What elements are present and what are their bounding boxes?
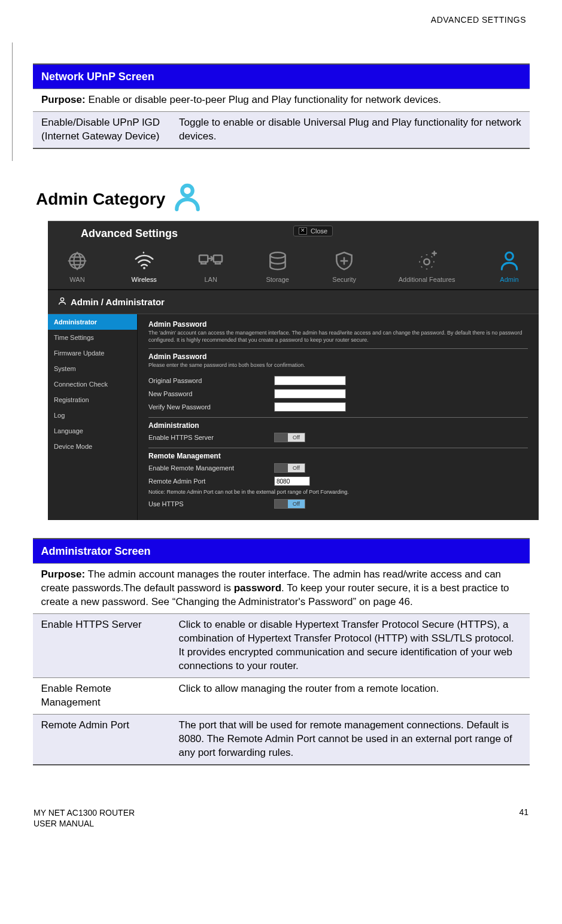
top-nav: WAN Wireless LAN Storage Security Additi… bbox=[48, 250, 539, 290]
shield-icon bbox=[332, 250, 357, 273]
section2-title: Admin Password bbox=[148, 352, 528, 361]
close-button[interactable]: ✕ Close bbox=[293, 226, 333, 236]
person-icon bbox=[57, 296, 67, 308]
r3-label: Remote Admin Port bbox=[33, 714, 171, 764]
close-icon: ✕ bbox=[299, 227, 307, 235]
upnp-purpose-cell: Purpose: Enable or disable peer-to-peer … bbox=[33, 89, 530, 112]
purpose-label: Purpose: bbox=[41, 94, 86, 105]
purpose-text: Enable or disable peer-to-peer Plug and … bbox=[86, 94, 441, 105]
screenshot-title: Advanced Settings bbox=[48, 221, 293, 250]
footer-line1: MY NET AC1300 ROUTER bbox=[34, 807, 135, 818]
section2-desc: Please enter the same password into both… bbox=[148, 362, 528, 369]
section4-title: Remote Management bbox=[148, 452, 528, 460]
nav-lan-label: LAN bbox=[204, 276, 217, 283]
section1-desc: The 'admin' account can access the manag… bbox=[148, 330, 528, 344]
section1-title: Admin Password bbox=[148, 320, 528, 329]
administrator-table: Administrator Screen Purpose: The admin … bbox=[33, 538, 530, 765]
section3-title: Administration bbox=[148, 421, 528, 430]
divider bbox=[148, 417, 528, 418]
close-label: Close bbox=[311, 227, 327, 235]
divider bbox=[148, 448, 528, 448]
sidebar-item-log[interactable]: Log bbox=[48, 408, 137, 423]
svg-point-7 bbox=[424, 259, 430, 265]
nav-wan[interactable]: WAN bbox=[65, 250, 90, 283]
sidebar-item-registration[interactable]: Registration bbox=[48, 392, 137, 408]
orig-pw-input[interactable] bbox=[274, 376, 346, 385]
upnp-title: Network UPnP Screen bbox=[33, 64, 530, 89]
verify-pw-input[interactable] bbox=[274, 402, 346, 412]
nav-additional[interactable]: Additional Features bbox=[399, 250, 455, 283]
port-label: Remote Admin Port bbox=[148, 478, 274, 485]
lan-icon bbox=[198, 250, 223, 273]
storage-icon bbox=[265, 250, 290, 273]
svg-point-0 bbox=[183, 186, 193, 196]
remote-toggle[interactable]: Off bbox=[274, 463, 305, 473]
r3-desc: The port that will be used for remote ma… bbox=[171, 714, 530, 764]
r2-label: Enable Remote Management bbox=[33, 678, 171, 715]
admin-table-title: Administrator Screen bbox=[33, 539, 530, 564]
sidebar-item-device-mode[interactable]: Device Mode bbox=[48, 439, 137, 454]
toggle-off-label: Off bbox=[288, 464, 305, 472]
globe-icon bbox=[65, 250, 90, 273]
nav-lan[interactable]: LAN bbox=[198, 250, 223, 283]
admin-screenshot: Advanced Settings ✕ Close WAN Wireless L… bbox=[48, 221, 539, 520]
sidebar-item-firmware[interactable]: Firmware Update bbox=[48, 345, 137, 361]
divider bbox=[148, 348, 528, 349]
nav-security[interactable]: Security bbox=[332, 250, 357, 283]
running-header: ADVANCED SETTINGS bbox=[30, 15, 526, 25]
nav-wan-label: WAN bbox=[69, 276, 84, 283]
svg-rect-4 bbox=[199, 256, 208, 262]
toggle-off-label: Off bbox=[288, 433, 305, 442]
verify-pw-label: Verify New Password bbox=[148, 403, 274, 411]
nav-admin[interactable]: Admin bbox=[497, 250, 522, 283]
r1-desc: Click to enable or disable Hypertext Tra… bbox=[171, 614, 530, 678]
purpose-label: Purpose: bbox=[41, 569, 86, 580]
sidebar-item-connection[interactable]: Connection Check bbox=[48, 376, 137, 392]
nav-storage-label: Storage bbox=[266, 276, 289, 283]
side-menu: Administrator Time Settings Firmware Upd… bbox=[48, 314, 138, 520]
gear-plus-icon bbox=[414, 250, 439, 273]
nav-wireless[interactable]: Wireless bbox=[132, 250, 157, 283]
svg-point-6 bbox=[270, 253, 285, 259]
wifi-icon bbox=[132, 250, 157, 273]
new-pw-input[interactable] bbox=[274, 389, 346, 399]
svg-point-3 bbox=[143, 267, 145, 269]
nav-wireless-label: Wireless bbox=[132, 276, 157, 283]
svg-point-9 bbox=[60, 298, 63, 301]
admin-nav-icon bbox=[497, 250, 522, 273]
remote-label: Enable Remote Management bbox=[148, 464, 274, 472]
https-label: Enable HTTPS Server bbox=[148, 434, 274, 441]
port-input[interactable] bbox=[274, 476, 310, 486]
page-number: 41 bbox=[519, 807, 528, 829]
toggle-off-label: Off bbox=[288, 500, 305, 508]
sidebar-item-language[interactable]: Language bbox=[48, 423, 137, 439]
admin-icon bbox=[172, 182, 202, 216]
nav-admin-label: Admin bbox=[500, 276, 518, 283]
svg-rect-5 bbox=[214, 256, 222, 262]
orig-pw-label: Original Password bbox=[148, 377, 274, 384]
sidebar-item-time[interactable]: Time Settings bbox=[48, 330, 137, 345]
upnp-row-desc: Toggle to enable or disable Universal Pl… bbox=[171, 112, 530, 148]
breadcrumb-text: Admin / Administrator bbox=[71, 297, 165, 307]
upnp-row-label: Enable/Disable UPnP IGD (Internet Gatewa… bbox=[33, 112, 171, 148]
use-https-label: Use HTTPS bbox=[148, 500, 274, 507]
breadcrumb: Admin / Administrator bbox=[48, 290, 539, 314]
port-notice: Notice: Remote Admin Port can not be in … bbox=[148, 488, 528, 497]
new-pw-label: New Password bbox=[148, 390, 274, 397]
nav-storage[interactable]: Storage bbox=[265, 250, 290, 283]
svg-point-8 bbox=[506, 253, 514, 260]
sidebar-item-administrator[interactable]: Administrator bbox=[48, 314, 137, 330]
nav-security-label: Security bbox=[332, 276, 356, 283]
purpose-bold: password bbox=[234, 582, 281, 594]
upnp-table: Network UPnP Screen Purpose: Enable or d… bbox=[33, 63, 530, 149]
content-panel: Admin Password The 'admin' account can a… bbox=[138, 314, 539, 520]
nav-additional-label: Additional Features bbox=[399, 276, 455, 283]
r1-label: Enable HTTPS Server bbox=[33, 614, 171, 678]
r2-desc: Click to allow managing the router from … bbox=[171, 678, 530, 715]
https-toggle[interactable]: Off bbox=[274, 433, 305, 442]
admin-purpose-cell: Purpose: The admin account manages the r… bbox=[33, 564, 530, 614]
admin-category-heading: Admin Category bbox=[36, 190, 165, 209]
sidebar-item-system[interactable]: System bbox=[48, 361, 137, 376]
use-https-toggle[interactable]: Off bbox=[274, 499, 305, 509]
page-footer: MY NET AC1300 ROUTER USER MANUAL 41 bbox=[30, 807, 532, 829]
